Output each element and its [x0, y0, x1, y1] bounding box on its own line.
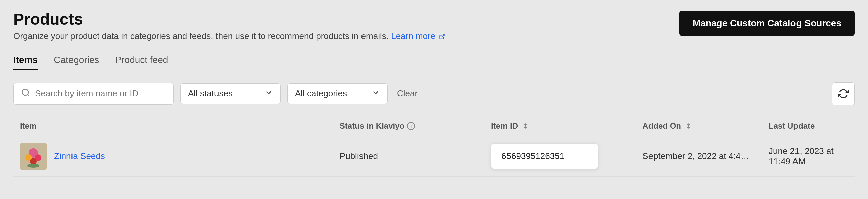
- col-header-itemid: Item ID: [485, 116, 636, 136]
- item-name[interactable]: Zinnia Seeds: [54, 151, 105, 161]
- learn-more-link[interactable]: Learn more: [391, 31, 445, 41]
- search-input[interactable]: [35, 89, 166, 99]
- svg-line-2: [27, 95, 29, 96]
- chevron-down-icon: [264, 89, 273, 99]
- col-header-addedon: Added On: [636, 116, 762, 136]
- page-header: Products Organize your product data in c…: [13, 11, 855, 41]
- refresh-icon: [838, 89, 848, 99]
- refresh-button[interactable]: [832, 82, 855, 105]
- table-row: Zinnia Seeds Published 6569395126351 Sep…: [13, 136, 855, 176]
- page-subtitle: Organize your product data in categories…: [13, 31, 445, 41]
- svg-point-8: [27, 164, 39, 168]
- item-cell: Zinnia Seeds: [13, 136, 333, 176]
- clear-button[interactable]: Clear: [394, 89, 420, 99]
- status-dropdown-label: All statuses: [188, 89, 232, 99]
- categories-dropdown[interactable]: All categories: [287, 84, 388, 104]
- sort-icon-addedon: [685, 122, 692, 130]
- item-id-value: 6569395126351: [491, 143, 598, 169]
- item-added-on: September 2, 2022 at 4:4…: [636, 136, 762, 176]
- items-table: Item Status in Klaviyo i Item ID: [13, 116, 855, 177]
- svg-line-0: [442, 34, 444, 37]
- chevron-down-icon-2: [371, 89, 380, 99]
- svg-point-1: [22, 89, 29, 96]
- search-icon: [21, 88, 30, 100]
- tab-items[interactable]: Items: [13, 51, 38, 70]
- sort-icon-itemid: [522, 122, 529, 130]
- filters-row: All statuses All categories Clear: [13, 82, 855, 105]
- search-box[interactable]: [13, 83, 174, 104]
- item-status: Published: [333, 136, 485, 176]
- info-icon: i: [407, 122, 415, 130]
- categories-dropdown-label: All categories: [295, 89, 347, 99]
- page-title: Products: [13, 11, 445, 28]
- table-header-row: Item Status in Klaviyo i Item ID: [13, 116, 855, 136]
- tab-categories[interactable]: Categories: [54, 51, 99, 70]
- item-last-update: June 21, 2023 at 11:49 AM: [762, 136, 855, 176]
- item-thumbnail: [20, 143, 47, 170]
- tab-product-feed[interactable]: Product feed: [115, 51, 168, 70]
- tabs-bar: Items Categories Product feed: [13, 51, 855, 70]
- status-dropdown[interactable]: All statuses: [180, 84, 281, 104]
- header-left: Products Organize your product data in c…: [13, 11, 445, 41]
- manage-custom-catalog-sources-button[interactable]: Manage Custom Catalog Sources: [679, 11, 855, 36]
- external-link-icon: [439, 34, 445, 40]
- item-id-cell: 6569395126351: [485, 136, 636, 176]
- col-header-item: Item: [13, 116, 333, 136]
- col-header-lastupdate: Last Update: [762, 116, 855, 136]
- col-header-status: Status in Klaviyo i: [333, 116, 485, 136]
